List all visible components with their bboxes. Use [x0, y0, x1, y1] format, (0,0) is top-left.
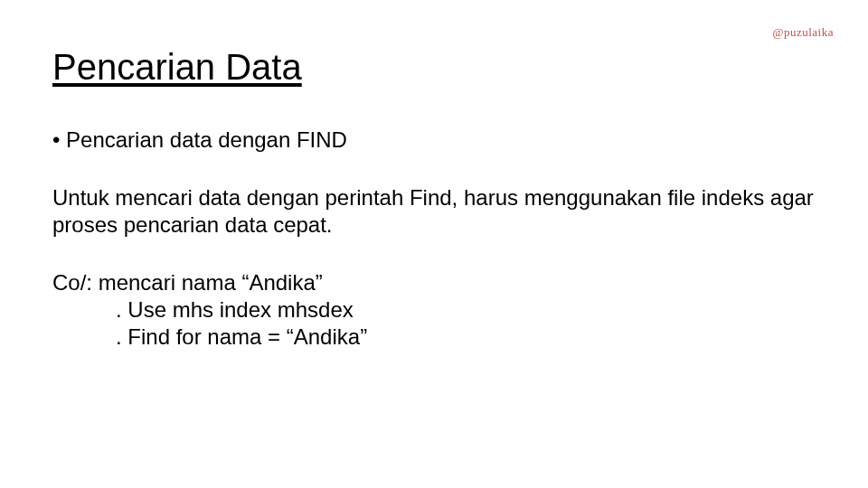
slide: @puzulaika Pencarian Data • Pencarian da… [0, 0, 868, 488]
example-intro: Co/: mencari nama “Andika” [52, 269, 814, 296]
bullet-item: • Pencarian data dengan FIND [52, 127, 814, 154]
example-line: . Find for nama = “Andika” [52, 324, 814, 351]
paragraph: Untuk mencari data dengan perintah Find,… [52, 184, 814, 239]
slide-body: • Pencarian data dengan FIND Untuk menca… [52, 127, 814, 351]
slide-title: Pencarian Data [52, 47, 302, 88]
example-block: Co/: mencari nama “Andika” . Use mhs ind… [52, 269, 814, 351]
example-line: . Use mhs index mhsdex [52, 296, 814, 324]
watermark: @puzulaika [772, 25, 834, 40]
